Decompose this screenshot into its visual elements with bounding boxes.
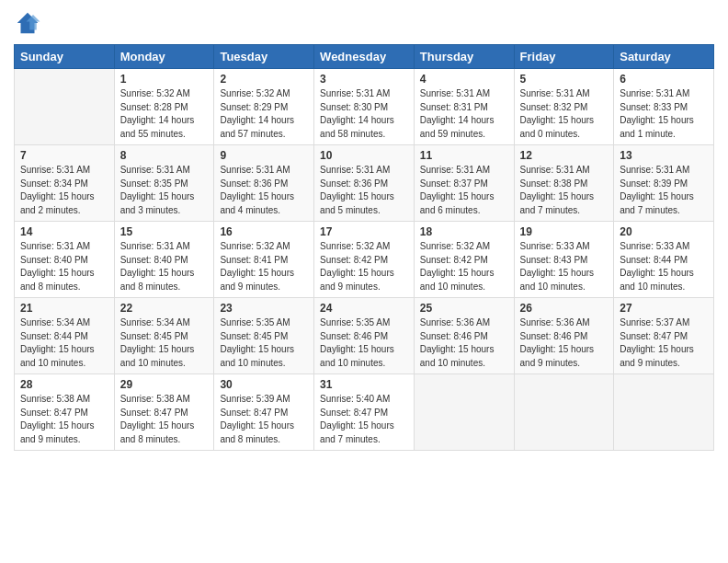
day-number: 1 [120, 73, 209, 86]
day-number: 28 [20, 378, 108, 391]
calendar-cell: 2Sunrise: 5:32 AM Sunset: 8:29 PM Daylig… [214, 69, 314, 145]
day-info: Sunrise: 5:31 AM Sunset: 8:30 PM Dayligh… [320, 87, 408, 141]
day-number: 10 [320, 149, 408, 162]
day-info: Sunrise: 5:31 AM Sunset: 8:39 PM Dayligh… [620, 164, 708, 217]
calendar-cell [414, 374, 514, 451]
day-number: 9 [220, 149, 308, 162]
day-info: Sunrise: 5:37 AM Sunset: 8:47 PM Dayligh… [620, 316, 708, 370]
day-info: Sunrise: 5:31 AM Sunset: 8:36 PM Dayligh… [320, 164, 408, 217]
day-info: Sunrise: 5:31 AM Sunset: 8:36 PM Dayligh… [220, 164, 308, 217]
calendar-cell: 17Sunrise: 5:32 AM Sunset: 8:42 PM Dayli… [314, 222, 415, 298]
day-number: 6 [620, 73, 708, 86]
day-number: 14 [20, 225, 108, 238]
calendar-cell: 18Sunrise: 5:32 AM Sunset: 8:42 PM Dayli… [414, 222, 514, 298]
day-info: Sunrise: 5:32 AM Sunset: 8:29 PM Dayligh… [220, 87, 308, 141]
calendar-cell: 31Sunrise: 5:40 AM Sunset: 8:47 PM Dayli… [314, 374, 415, 451]
day-number: 11 [420, 149, 508, 162]
day-number: 7 [20, 149, 108, 162]
calendar-cell: 4Sunrise: 5:31 AM Sunset: 8:31 PM Daylig… [414, 69, 514, 145]
day-number: 29 [120, 378, 209, 391]
logo [14, 9, 45, 37]
calendar-cell: 11Sunrise: 5:31 AM Sunset: 8:37 PM Dayli… [414, 145, 514, 222]
day-info: Sunrise: 5:31 AM Sunset: 8:31 PM Dayligh… [420, 87, 508, 141]
day-info: Sunrise: 5:34 AM Sunset: 8:44 PM Dayligh… [20, 316, 108, 370]
day-number: 16 [220, 225, 308, 238]
day-info: Sunrise: 5:34 AM Sunset: 8:45 PM Dayligh… [120, 316, 209, 370]
calendar-cell: 28Sunrise: 5:38 AM Sunset: 8:47 PM Dayli… [15, 374, 115, 451]
day-number: 22 [120, 302, 209, 315]
day-number: 5 [520, 73, 609, 86]
day-info: Sunrise: 5:32 AM Sunset: 8:42 PM Dayligh… [320, 240, 408, 293]
calendar-cell: 16Sunrise: 5:32 AM Sunset: 8:41 PM Dayli… [214, 222, 314, 298]
calendar-cell [514, 374, 614, 451]
calendar-cell: 29Sunrise: 5:38 AM Sunset: 8:47 PM Dayli… [114, 374, 214, 451]
day-info: Sunrise: 5:31 AM Sunset: 8:40 PM Dayligh… [20, 240, 108, 293]
day-header-saturday: Saturday [614, 45, 714, 69]
calendar-week-row: 21Sunrise: 5:34 AM Sunset: 8:44 PM Dayli… [15, 298, 714, 374]
calendar-week-row: 14Sunrise: 5:31 AM Sunset: 8:40 PM Dayli… [15, 222, 714, 298]
calendar-cell: 19Sunrise: 5:33 AM Sunset: 8:43 PM Dayli… [514, 222, 614, 298]
day-info: Sunrise: 5:32 AM Sunset: 8:41 PM Dayligh… [220, 240, 308, 293]
day-number: 3 [320, 73, 408, 86]
calendar-cell: 27Sunrise: 5:37 AM Sunset: 8:47 PM Dayli… [614, 298, 714, 374]
day-info: Sunrise: 5:31 AM Sunset: 8:38 PM Dayligh… [520, 164, 609, 217]
day-info: Sunrise: 5:40 AM Sunset: 8:47 PM Dayligh… [320, 393, 408, 446]
calendar-cell: 12Sunrise: 5:31 AM Sunset: 8:38 PM Dayli… [514, 145, 614, 222]
calendar-week-row: 28Sunrise: 5:38 AM Sunset: 8:47 PM Dayli… [15, 374, 714, 451]
day-number: 23 [220, 302, 308, 315]
day-number: 2 [220, 73, 308, 86]
calendar-cell: 5Sunrise: 5:31 AM Sunset: 8:32 PM Daylig… [514, 69, 614, 145]
day-number: 30 [220, 378, 308, 391]
day-info: Sunrise: 5:36 AM Sunset: 8:46 PM Dayligh… [520, 316, 609, 370]
day-info: Sunrise: 5:36 AM Sunset: 8:46 PM Dayligh… [420, 316, 508, 370]
day-info: Sunrise: 5:38 AM Sunset: 8:47 PM Dayligh… [120, 393, 209, 446]
day-number: 21 [20, 302, 108, 315]
calendar-cell: 6Sunrise: 5:31 AM Sunset: 8:33 PM Daylig… [614, 69, 714, 145]
calendar-cell: 8Sunrise: 5:31 AM Sunset: 8:35 PM Daylig… [114, 145, 214, 222]
day-info: Sunrise: 5:39 AM Sunset: 8:47 PM Dayligh… [220, 393, 308, 446]
day-info: Sunrise: 5:31 AM Sunset: 8:33 PM Dayligh… [620, 87, 708, 141]
day-number: 19 [520, 225, 609, 238]
calendar-cell: 3Sunrise: 5:31 AM Sunset: 8:30 PM Daylig… [314, 69, 415, 145]
day-number: 27 [620, 302, 708, 315]
calendar-cell: 14Sunrise: 5:31 AM Sunset: 8:40 PM Dayli… [15, 222, 115, 298]
day-header-sunday: Sunday [15, 45, 115, 69]
calendar-header-row: SundayMondayTuesdayWednesdayThursdayFrid… [15, 45, 714, 69]
day-info: Sunrise: 5:35 AM Sunset: 8:46 PM Dayligh… [320, 316, 408, 370]
calendar-cell [614, 374, 714, 451]
day-info: Sunrise: 5:31 AM Sunset: 8:40 PM Dayligh… [120, 240, 209, 293]
calendar-cell: 7Sunrise: 5:31 AM Sunset: 8:34 PM Daylig… [15, 145, 115, 222]
day-info: Sunrise: 5:32 AM Sunset: 8:42 PM Dayligh… [420, 240, 508, 293]
header [14, 9, 714, 37]
calendar-cell: 15Sunrise: 5:31 AM Sunset: 8:40 PM Dayli… [114, 222, 214, 298]
day-number: 31 [320, 378, 408, 391]
day-number: 8 [120, 149, 209, 162]
day-header-friday: Friday [514, 45, 614, 69]
day-info: Sunrise: 5:38 AM Sunset: 8:47 PM Dayligh… [20, 393, 108, 446]
day-info: Sunrise: 5:35 AM Sunset: 8:45 PM Dayligh… [220, 316, 308, 370]
calendar-cell: 21Sunrise: 5:34 AM Sunset: 8:44 PM Dayli… [15, 298, 115, 374]
day-number: 4 [420, 73, 508, 86]
day-number: 25 [420, 302, 508, 315]
day-number: 17 [320, 225, 408, 238]
calendar-week-row: 1Sunrise: 5:32 AM Sunset: 8:28 PM Daylig… [15, 69, 714, 145]
day-number: 12 [520, 149, 609, 162]
day-header-wednesday: Wednesday [314, 45, 415, 69]
calendar-cell: 23Sunrise: 5:35 AM Sunset: 8:45 PM Dayli… [214, 298, 314, 374]
calendar-cell: 20Sunrise: 5:33 AM Sunset: 8:44 PM Dayli… [614, 222, 714, 298]
day-header-thursday: Thursday [414, 45, 514, 69]
day-info: Sunrise: 5:31 AM Sunset: 8:34 PM Dayligh… [20, 164, 108, 217]
calendar: SundayMondayTuesdayWednesdayThursdayFrid… [14, 44, 714, 451]
day-header-tuesday: Tuesday [214, 45, 314, 69]
day-number: 20 [620, 225, 708, 238]
day-info: Sunrise: 5:33 AM Sunset: 8:43 PM Dayligh… [520, 240, 609, 293]
calendar-cell: 26Sunrise: 5:36 AM Sunset: 8:46 PM Dayli… [514, 298, 614, 374]
day-header-monday: Monday [114, 45, 214, 69]
day-info: Sunrise: 5:31 AM Sunset: 8:35 PM Dayligh… [120, 164, 209, 217]
day-number: 15 [120, 225, 209, 238]
calendar-cell [15, 69, 115, 145]
calendar-cell: 25Sunrise: 5:36 AM Sunset: 8:46 PM Dayli… [414, 298, 514, 374]
calendar-cell: 30Sunrise: 5:39 AM Sunset: 8:47 PM Dayli… [214, 374, 314, 451]
calendar-cell: 13Sunrise: 5:31 AM Sunset: 8:39 PM Dayli… [614, 145, 714, 222]
day-number: 13 [620, 149, 708, 162]
